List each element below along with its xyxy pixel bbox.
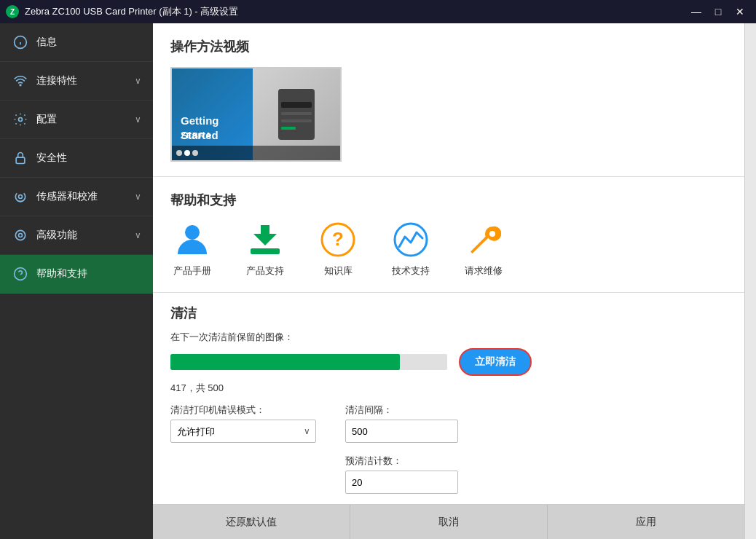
- sidebar-item-advanced[interactable]: 高级功能 ∨: [0, 216, 153, 255]
- window-controls: — □ ✕: [686, 3, 750, 20]
- chart-line-icon: [392, 221, 430, 259]
- question-circle-icon: ?: [319, 221, 357, 259]
- zebra-logo: Z: [6, 5, 19, 18]
- tech-support-label: 技术支持: [392, 264, 430, 278]
- progress-row: 立即清洁: [170, 348, 727, 376]
- getting-started-line1: Getting: [181, 114, 219, 128]
- support-label: 产品支持: [246, 264, 284, 278]
- svg-point-21: [395, 224, 427, 256]
- knowledge-label: 知识库: [324, 264, 353, 278]
- svg-point-16: [185, 225, 200, 240]
- sensor-icon: [12, 188, 29, 205]
- support-item-knowledge[interactable]: ? 知识库: [316, 221, 360, 278]
- svg-point-3: [20, 84, 21, 86]
- interval-input[interactable]: [345, 420, 458, 443]
- right-scroll-bar: [744, 23, 756, 539]
- support-item-manual[interactable]: 产品手册: [170, 221, 214, 278]
- progress-bar-wrap: [170, 354, 447, 370]
- interval-label: 清洁间隔：: [345, 404, 458, 417]
- video-section: 操作方法视频 Getting Started ZEBRA: [153, 23, 744, 177]
- error-mode-label: 清洁打印机错误模式：: [170, 404, 316, 417]
- support-item-repair[interactable]: 请求维修: [462, 221, 505, 278]
- repair-label: 请求维修: [465, 264, 503, 278]
- sidebar-item-security[interactable]: 安全性: [0, 139, 153, 178]
- support-item-tech[interactable]: 技术支持: [389, 221, 433, 278]
- chevron-down-icon: ∨: [135, 76, 141, 86]
- sidebar-item-info-label: 信息: [36, 36, 141, 49]
- help-icon: [12, 265, 29, 283]
- svg-point-7: [19, 234, 23, 237]
- svg-rect-14: [281, 119, 312, 122]
- svg-point-8: [15, 230, 25, 240]
- interval-group: 清洁间隔：: [345, 404, 458, 443]
- sidebar-item-config[interactable]: 配置 ∨: [0, 101, 153, 139]
- right-fields: 清洁间隔： 预清洁计数：: [345, 404, 458, 494]
- clean-section: 清洁 在下一次清洁前保留的图像： 立即清洁 417，共 500 清洁打印机错误模…: [153, 293, 744, 505]
- sidebar-item-help[interactable]: 帮助和支持: [0, 255, 153, 294]
- clean-section-title: 清洁: [170, 304, 727, 322]
- support-item-support[interactable]: 产品支持: [243, 221, 287, 278]
- progress-dot-1: [176, 150, 182, 156]
- sidebar-item-connection-label: 连接特性: [36, 74, 135, 87]
- preclean-label: 预清洁计数：: [345, 455, 458, 468]
- chevron-down-icon-2: ∨: [135, 114, 141, 125]
- main-container: 信息 连接特性 ∨ 配置 ∨: [0, 23, 756, 539]
- error-mode-select[interactable]: 允许打印: [170, 420, 316, 443]
- help-section: 帮助和支持 产品手册: [153, 177, 744, 293]
- minimize-button[interactable]: —: [686, 3, 706, 20]
- sidebar-item-sensors-label: 传感器和校准: [36, 190, 135, 203]
- cancel-button[interactable]: 取消: [350, 505, 548, 539]
- progress-dot-2: [184, 150, 190, 156]
- sidebar-item-advanced-label: 高级功能: [36, 229, 135, 242]
- svg-rect-12: [281, 102, 312, 108]
- title-bar-left: Z Zebra ZC100 USB Card Printer (副本 1) - …: [6, 5, 238, 18]
- content-area: 操作方法视频 Getting Started ZEBRA: [153, 23, 744, 539]
- info-icon: [12, 34, 29, 51]
- printer-svg: [271, 82, 322, 147]
- getting-started-line2: Started: [181, 128, 219, 143]
- video-thumbnail[interactable]: Getting Started ZEBRA: [170, 67, 342, 162]
- clean-now-button[interactable]: 立即清洁: [459, 348, 532, 376]
- chevron-down-icon-3: ∨: [135, 192, 141, 202]
- close-button[interactable]: ✕: [730, 3, 750, 20]
- settings-icon: [12, 111, 29, 128]
- sidebar-item-config-label: 配置: [36, 113, 135, 126]
- bottom-toolbar: 还原默认值 取消 应用: [153, 504, 744, 539]
- svg-point-4: [19, 118, 23, 122]
- title-bar: Z Zebra ZC100 USB Card Printer (副本 1) - …: [0, 0, 756, 23]
- wrench-icon: [465, 221, 503, 259]
- svg-rect-13: [281, 112, 312, 115]
- sidebar-item-info[interactable]: 信息: [0, 23, 153, 62]
- clean-form-row: 清洁打印机错误模式： 允许打印 ∨ 清洁间隔： 预清洁计数：: [170, 404, 727, 494]
- help-section-title: 帮助和支持: [170, 192, 727, 209]
- download-icon: [246, 221, 284, 259]
- apply-button[interactable]: 应用: [548, 505, 744, 539]
- svg-point-22: [489, 231, 495, 237]
- sidebar-item-connection[interactable]: 连接特性 ∨: [0, 62, 153, 101]
- sidebar: 信息 连接特性 ∨ 配置 ∨: [0, 23, 153, 539]
- progress-dot-3: [192, 150, 198, 156]
- advanced-icon: [12, 227, 29, 244]
- person-icon: [173, 221, 211, 259]
- sidebar-item-help-label: 帮助和支持: [36, 267, 141, 280]
- error-mode-select-wrap: 允许打印 ∨: [170, 420, 316, 443]
- preclean-group: 预清洁计数：: [345, 455, 458, 494]
- svg-marker-18: [253, 225, 277, 245]
- svg-rect-15: [281, 127, 296, 130]
- sidebar-item-security-label: 安全性: [36, 152, 141, 165]
- lock-icon: [12, 149, 29, 167]
- svg-rect-17: [251, 248, 280, 254]
- wifi-icon: [12, 72, 29, 90]
- chevron-down-icon-4: ∨: [135, 230, 141, 240]
- svg-point-6: [19, 195, 23, 199]
- svg-rect-5: [16, 157, 25, 163]
- window-title: Zebra ZC100 USB Card Printer (副本 1) - 高级…: [25, 5, 238, 18]
- sidebar-item-sensors[interactable]: 传感器和校准 ∨: [0, 178, 153, 216]
- progress-count: 417，共 500: [170, 382, 727, 395]
- reset-defaults-button[interactable]: 还原默认值: [153, 505, 350, 539]
- support-icons-row: 产品手册 产品支持 ?: [170, 221, 727, 278]
- preclean-input[interactable]: [345, 471, 458, 494]
- video-text-overlay: Getting Started: [172, 68, 228, 151]
- maximize-button[interactable]: □: [708, 3, 728, 20]
- progress-bar-fill: [170, 354, 400, 370]
